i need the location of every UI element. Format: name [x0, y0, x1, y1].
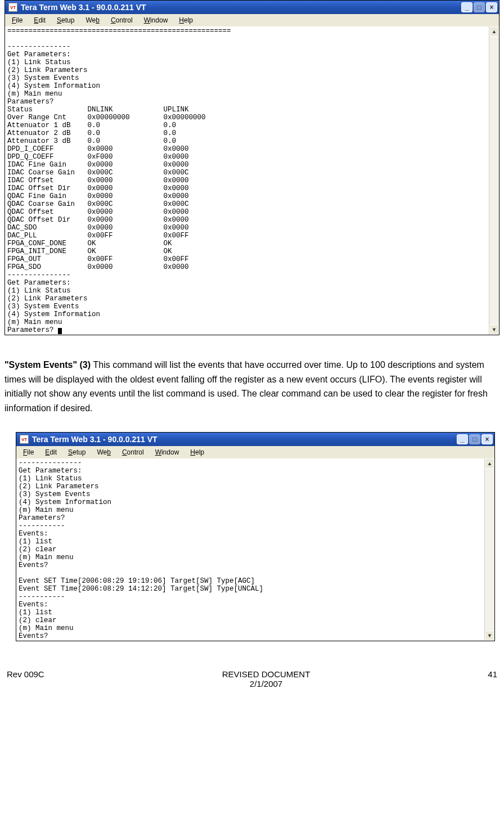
scrollbar[interactable]: ▲ ▼ [489, 26, 499, 335]
menu-window[interactable]: Window [151, 447, 184, 457]
app-icon: VT [8, 3, 17, 12]
menu-setup[interactable]: Setup [64, 447, 90, 457]
terminal-output[interactable]: --------------- Get Parameters: (1) Link… [16, 458, 484, 641]
menu-edit[interactable]: Edit [29, 15, 50, 25]
paragraph-lead: "System Events" (3) [4, 360, 93, 370]
page-footer: Rev 009C REVISED DOCUMENT 2/1/2007 41 [4, 669, 500, 693]
scroll-up-button[interactable]: ▲ [489, 26, 499, 37]
menu-edit[interactable]: Edit [40, 447, 61, 457]
close-button[interactable]: × [482, 434, 493, 444]
scroll-down-button[interactable]: ▼ [485, 631, 494, 641]
scroll-track[interactable] [489, 37, 499, 325]
description-paragraph: "System Events" (3) This command will li… [4, 358, 500, 415]
menu-file[interactable]: File [19, 447, 38, 457]
menu-window[interactable]: Window [140, 15, 173, 25]
menubar: FileEditSetupWebControlWindowHelp [16, 446, 494, 458]
maximize-button[interactable]: □ [469, 434, 480, 444]
close-button[interactable]: × [486, 2, 497, 12]
terminal-window-1: VT Tera Term Web 3.1 - 90.0.0.211 VT _ □… [4, 0, 500, 335]
scroll-up-button[interactable]: ▲ [485, 458, 494, 469]
menu-control[interactable]: Control [118, 447, 148, 457]
app-icon: VT [20, 435, 29, 444]
menu-web[interactable]: Web [92, 447, 115, 457]
scroll-down-button[interactable]: ▼ [489, 325, 499, 335]
window-title: Tera Term Web 3.1 - 90.0.0.211 VT [21, 3, 146, 12]
footer-center-2: 2/1/2007 [250, 679, 282, 688]
text-cursor [58, 328, 62, 334]
menu-control[interactable]: Control [106, 15, 137, 25]
menu-web[interactable]: Web [81, 15, 104, 25]
menu-help[interactable]: Help [186, 447, 209, 457]
window-title: Tera Term Web 3.1 - 90.0.0.211 VT [32, 435, 158, 444]
menu-help[interactable]: Help [174, 15, 197, 25]
menu-setup[interactable]: Setup [52, 15, 79, 25]
terminal-window-2: VT Tera Term Web 3.1 - 90.0.0.211 VT _ □… [16, 432, 495, 641]
titlebar[interactable]: VT Tera Term Web 3.1 - 90.0.0.211 VT _ □… [16, 433, 494, 446]
footer-page: 41 [488, 669, 497, 679]
footer-center-1: REVISED DOCUMENT [222, 669, 310, 679]
scroll-track[interactable] [485, 469, 494, 631]
minimize-button[interactable]: _ [457, 434, 468, 444]
footer-rev: Rev 009C [7, 669, 44, 679]
minimize-button[interactable]: _ [461, 2, 472, 12]
menubar: FileEditSetupWebControlWindowHelp [5, 14, 499, 26]
menu-file[interactable]: File [7, 15, 27, 25]
scrollbar[interactable]: ▲ ▼ [484, 458, 494, 641]
maximize-button[interactable]: □ [474, 2, 485, 12]
titlebar[interactable]: VT Tera Term Web 3.1 - 90.0.0.211 VT _ □… [5, 1, 499, 14]
terminal-output[interactable]: ========================================… [5, 26, 489, 335]
